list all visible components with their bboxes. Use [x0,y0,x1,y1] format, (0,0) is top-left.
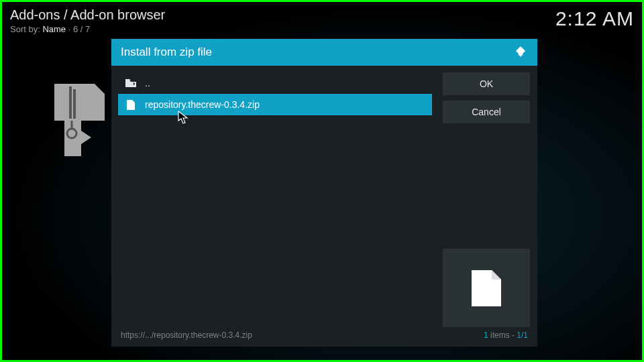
breadcrumb: Add-ons / Add-on browser [10,7,165,23]
dialog-title: Install from zip file [121,46,212,59]
parent-dir-label: .. [145,78,150,88]
ok-button[interactable]: OK [443,72,530,95]
install-zip-dialog: Install from zip file .. repository.thec… [111,39,537,347]
file-row-zip[interactable]: repository.thecrew-0.3.4.zip [118,94,432,115]
kodi-logo-icon [513,45,528,60]
svg-rect-1 [73,89,76,119]
dialog-title-bar: Install from zip file [111,39,537,66]
dialog-footer: https://.../repository.thecrew-0.3.4.zip… [111,326,537,347]
file-label: repository.thecrew-0.3.4.zip [145,99,260,110]
folder-up-icon [125,78,137,88]
parent-dir-row[interactable]: .. [118,72,432,94]
zip-archive-icon [54,84,109,156]
header: Add-ons / Add-on browser Sort by: Name ·… [10,7,634,34]
dialog-body: .. repository.thecrew-0.3.4.zip OK Cance… [111,66,537,326]
file-preview-panel [443,249,530,327]
dialog-buttons: OK Cancel [443,72,530,123]
file-list: .. repository.thecrew-0.3.4.zip [118,72,432,115]
sort-line: Sort by: Name · 6 / 7 [10,24,165,34]
status-count: 1 items - 1/1 [484,330,528,340]
clock: 2:12 AM [555,7,634,34]
cancel-button[interactable]: Cancel [443,101,530,123]
status-path: https://.../repository.thecrew-0.3.4.zip [121,330,252,340]
file-icon [125,100,137,110]
document-preview-icon [470,269,502,308]
svg-rect-0 [69,86,72,119]
